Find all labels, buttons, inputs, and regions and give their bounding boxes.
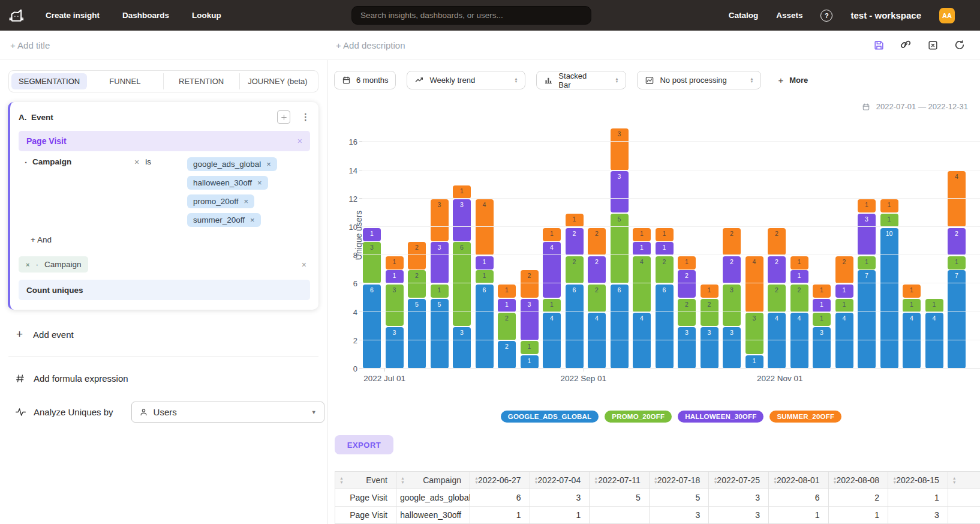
bar-segment-halloween_30off[interactable]: 3 xyxy=(611,171,629,212)
bar-segment-summer_20off[interactable]: 1 xyxy=(790,256,808,270)
bar-segment-google_ads_global[interactable]: 5 xyxy=(431,299,449,369)
bar-segment-promo_20off[interactable]: 1 xyxy=(948,256,966,270)
bar-segment-summer_20off[interactable]: 1 xyxy=(813,285,831,298)
bar-segment-promo_20off[interactable]: 1 xyxy=(543,299,561,312)
add-and-condition-button[interactable]: + And xyxy=(31,235,310,244)
nav-assets[interactable]: Assets xyxy=(776,11,802,20)
bar-segment-summer_20off[interactable]: 1 xyxy=(678,256,696,270)
bar-segment-promo_20off[interactable]: 2 xyxy=(566,256,584,284)
workspace-name[interactable]: test - workspace xyxy=(850,10,921,20)
app-logo-cat-icon[interactable] xyxy=(7,7,25,25)
bar-segment-promo_20off[interactable]: 1 xyxy=(813,313,831,326)
bar-segment-halloween_30off[interactable]: 2 xyxy=(588,256,606,284)
sort-icon[interactable]: ▲▼ xyxy=(952,476,957,484)
tab-journey-beta[interactable]: JOURNEY (beta) xyxy=(239,73,315,89)
sort-icon[interactable]: ▲▼ xyxy=(833,476,837,484)
bar-segment-promo_20off[interactable]: 1 xyxy=(903,299,921,312)
bar-segment-google_ads_global[interactable]: 10 xyxy=(880,228,898,369)
bar-segment-google_ads_global[interactable]: 4 xyxy=(790,313,808,369)
bar-segment-summer_20off[interactable]: 1 xyxy=(453,185,471,199)
legend-chip-summer-20off[interactable]: SUMMER_20OFF xyxy=(769,411,841,423)
bar-segment-google_ads_global[interactable]: 4 xyxy=(835,313,853,369)
bar-segment-google_ads_global[interactable]: 4 xyxy=(588,313,606,369)
breakdown-chip[interactable]: × · Campaign xyxy=(19,256,88,273)
bar-segment-google_ads_global[interactable]: 6 xyxy=(656,285,674,369)
bar-segment-google_ads_global[interactable]: 4 xyxy=(768,313,786,369)
bar-segment-halloween_30off[interactable]: 1 xyxy=(363,228,381,241)
sort-icon[interactable]: ▲▼ xyxy=(534,476,539,484)
bar-segment-summer_20off[interactable]: 1 xyxy=(543,228,561,241)
sort-icon[interactable]: ▲▼ xyxy=(654,476,658,484)
bar-segment-google_ads_global[interactable]: 4 xyxy=(633,313,651,369)
bar-segment-promo_20off[interactable]: 5 xyxy=(611,214,629,284)
filter-value-chip-google-ads-global[interactable]: google_ads_global× xyxy=(187,157,277,171)
bar-segment-halloween_30off[interactable]: 1 xyxy=(386,270,404,283)
bar-segment-summer_20off[interactable]: 1 xyxy=(880,199,898,212)
bar-segment-summer_20off[interactable]: 3 xyxy=(431,199,449,241)
clear-breakdown-icon[interactable]: × xyxy=(302,260,306,270)
column-header-2022-06-27[interactable]: ▲▼2022-06-27 xyxy=(470,472,530,489)
bar-segment-halloween_30off[interactable]: 3 xyxy=(858,214,876,255)
bar-segment-halloween_30off[interactable]: 1 xyxy=(498,299,516,312)
legend-chip-halloween-30off[interactable]: HALLOWEEN_30OFF xyxy=(678,411,763,423)
column-header-2022-08-01[interactable]: ▲▼2022-08-01 xyxy=(768,472,828,489)
bar-segment-summer_20off[interactable]: 1 xyxy=(633,228,651,241)
analyze-by-select[interactable]: Users ▼ xyxy=(131,402,324,423)
column-header-2022-07-04[interactable]: ▲▼2022-07-04 xyxy=(530,472,590,489)
search-input[interactable] xyxy=(351,6,591,25)
bar-segment-summer_20off[interactable]: 1 xyxy=(858,199,876,212)
tab-retention[interactable]: RETENTION xyxy=(163,73,239,89)
bar-segment-google_ads_global[interactable]: 3 xyxy=(678,327,696,369)
bar-segment-summer_20off[interactable]: 1 xyxy=(656,228,674,241)
trend-select[interactable]: Weekly trend ▲▼ xyxy=(407,71,525,89)
bar-segment-halloween_30off[interactable]: 1 xyxy=(835,285,853,298)
bar-segment-summer_20off[interactable]: 2 xyxy=(768,228,786,256)
bar-segment-google_ads_global[interactable]: 4 xyxy=(925,313,943,369)
bar-segment-google_ads_global[interactable]: 3 xyxy=(813,327,831,369)
bar-segment-google_ads_global[interactable]: 3 xyxy=(386,327,404,369)
bar-segment-google_ads_global[interactable]: 3 xyxy=(453,327,471,369)
bar-segment-halloween_30off[interactable]: 2 xyxy=(566,228,584,256)
add-title-button[interactable]: + Add title xyxy=(10,40,50,50)
bar-segment-promo_20off[interactable]: 3 xyxy=(745,313,763,354)
bar-segment-halloween_30off[interactable]: 3 xyxy=(431,242,449,283)
bar-segment-google_ads_global[interactable]: 3 xyxy=(701,327,719,369)
tab-segmentation[interactable]: SEGMENTATION xyxy=(11,73,87,89)
bar-segment-halloween_30off[interactable]: 3 xyxy=(521,299,539,340)
bar-segment-promo_20off[interactable]: 3 xyxy=(363,242,381,283)
remove-breakdown-icon[interactable]: × xyxy=(26,261,29,268)
bar-segment-halloween_30off[interactable]: 2 xyxy=(723,256,741,284)
column-header-2022-07-18[interactable]: ▲▼2022-07-18 xyxy=(649,472,709,489)
bar-segment-summer_20off[interactable]: 1 xyxy=(566,214,584,227)
column-header-2022-07-25[interactable]: ▲▼2022-07-25 xyxy=(709,472,769,489)
sort-icon[interactable]: ▲▼ xyxy=(892,476,897,484)
bar-segment-promo_20off[interactable]: 1 xyxy=(858,256,876,270)
export-button[interactable]: EXPORT xyxy=(335,435,393,454)
add-formula-button[interactable]: Add formula expression xyxy=(15,373,327,384)
column-header-campaign[interactable]: ▲▼Campaign xyxy=(396,472,470,489)
filter-value-chip-halloween-30off[interactable]: halloween_30off× xyxy=(187,176,268,190)
close-insight-icon[interactable] xyxy=(927,39,939,51)
bar-segment-promo_20off[interactable]: 1 xyxy=(476,270,494,283)
bar-segment-promo_20off[interactable]: 3 xyxy=(386,285,404,326)
bar-segment-summer_20off[interactable]: 1 xyxy=(386,256,404,270)
filter-value-chip-summer-20off[interactable]: summer_20off× xyxy=(187,213,261,227)
nav-catalog[interactable]: Catalog xyxy=(729,11,759,20)
bar-segment-summer_20off[interactable]: 2 xyxy=(588,228,606,256)
bar-segment-halloween_30off[interactable]: 1 xyxy=(476,256,494,270)
bar-segment-halloween_30off[interactable]: 1 xyxy=(790,270,808,283)
sort-icon[interactable]: ▲▼ xyxy=(401,476,405,484)
bar-segment-google_ads_global[interactable]: 6 xyxy=(611,285,629,369)
bar-segment-google_ads_global[interactable]: 7 xyxy=(858,270,876,369)
time-window-button[interactable]: 6 months xyxy=(334,71,396,89)
legend-chip-google-ads-global[interactable]: GOOGLE_ADS_GLOBAL xyxy=(501,411,599,423)
bar-segment-summer_20off[interactable]: 2 xyxy=(408,242,426,270)
bar-segment-summer_20off[interactable]: 4 xyxy=(948,171,966,227)
filter-property[interactable]: Campaign xyxy=(32,157,116,227)
bar-segment-promo_20off[interactable]: 2 xyxy=(768,285,786,312)
legend-chip-promo-20off[interactable]: PROMO_20OFF xyxy=(605,411,672,423)
bar-segment-promo_20off[interactable]: 1 xyxy=(431,285,449,298)
bar-segment-promo_20off[interactable]: 2 xyxy=(656,256,674,284)
more-button[interactable]: + More xyxy=(778,75,808,85)
bar-segment-summer_20off[interactable]: 1 xyxy=(701,285,719,298)
